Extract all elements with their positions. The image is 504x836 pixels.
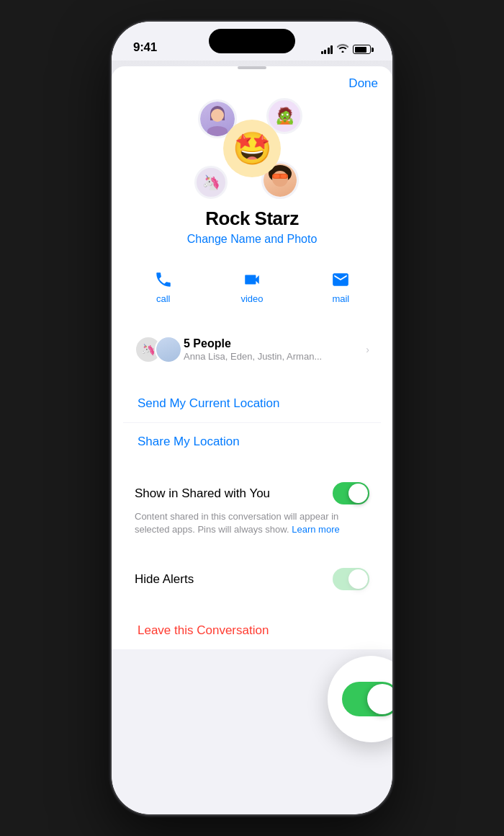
hide-alerts-toggle[interactable] (333, 568, 369, 590)
call-button[interactable]: call (123, 260, 203, 314)
status-time: 9:41 (133, 40, 157, 55)
people-names: Anna Lisa, Eden, Justin, Arman... (184, 351, 366, 362)
signal-icon (321, 45, 333, 54)
header-row: Done (112, 69, 392, 91)
send-location-row[interactable]: Send My Current Location (123, 385, 381, 422)
hide-alerts-card: Hide Alerts (123, 558, 381, 600)
action-buttons: call video mail (112, 260, 392, 314)
shared-with-you-toggle[interactable] (333, 482, 369, 504)
wifi-icon (337, 44, 348, 55)
done-button[interactable]: Done (348, 76, 378, 91)
toggle-description: Content shared in this conversation will… (135, 510, 369, 536)
leave-card[interactable]: Leave this Conversation (123, 612, 381, 649)
shared-with-you-card: Show in Shared with You Content shared i… (123, 472, 381, 546)
hide-alerts-label: Hide Alerts (135, 572, 194, 587)
chevron-right-icon: › (366, 344, 369, 355)
send-location-label[interactable]: Send My Current Location (138, 396, 280, 410)
avatar-bottom-left: 🦄 (194, 166, 228, 199)
share-location-label[interactable]: Share My Location (138, 435, 240, 448)
people-count: 5 People (184, 337, 366, 350)
people-info: 5 People Anna Lisa, Eden, Justin, Arman.… (184, 337, 366, 362)
group-name: Rock Starz (205, 208, 298, 230)
people-card[interactable]: 🦄 5 People Anna Lisa, Eden, Justin, Arma… (123, 326, 381, 373)
change-name-link[interactable]: Change Name and Photo (187, 233, 318, 246)
avatar-center: 🤩 (223, 120, 281, 177)
large-toggle-knob (367, 684, 392, 714)
battery-icon (353, 45, 371, 54)
avatars-section: 🤩 🧟 🦄 (112, 91, 392, 260)
video-button[interactable]: video (212, 260, 292, 314)
video-label: video (240, 293, 263, 304)
shared-with-you-label: Show in Shared with You (135, 486, 270, 501)
mail-button[interactable]: mail (301, 260, 381, 314)
large-toggle-switch[interactable] (342, 682, 392, 716)
avatar-cluster: 🤩 🧟 🦄 (194, 98, 310, 199)
call-label: call (156, 293, 171, 304)
dynamic-island (209, 29, 295, 53)
location-card: Send My Current Location Share My Locati… (123, 385, 381, 461)
share-location-row[interactable]: Share My Location (123, 422, 381, 461)
leave-conversation-label[interactable]: Leave this Conversation (138, 623, 269, 637)
people-avatars: 🦄 (135, 336, 175, 363)
learn-more-link[interactable]: Learn more (292, 524, 339, 535)
status-icons (321, 44, 372, 55)
toggle-knob (348, 484, 368, 503)
mail-label: mail (332, 293, 349, 304)
people-avatar-2 (155, 336, 182, 363)
